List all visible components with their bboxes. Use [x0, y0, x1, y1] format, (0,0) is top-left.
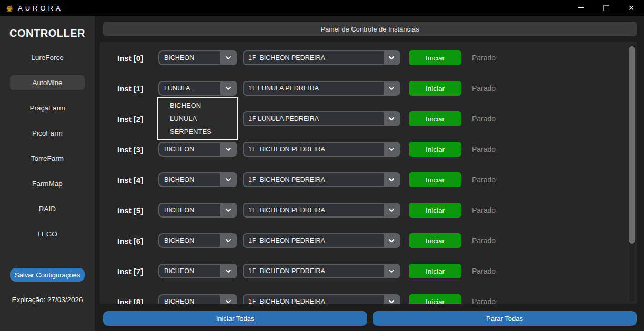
status-label: Parado	[472, 267, 496, 275]
instance-row: Inst [8] BICHEON 1F BICHEON PEDREIRA Ini…	[100, 286, 637, 304]
sidebar-item-lureforce[interactable]: LureForce	[10, 50, 85, 65]
creature-select-value: BICHEON	[159, 143, 220, 156]
map-select[interactable]: 1F LUNULA PEDREIRA	[243, 111, 400, 126]
dropdown-option-bicheon[interactable]: BICHEON	[158, 99, 237, 112]
sidebar-item-torrefarm[interactable]: TorreFarm	[10, 151, 85, 166]
sidebar-item-lego[interactable]: LEGO	[10, 226, 85, 241]
close-button[interactable]: ×	[619, 0, 644, 16]
map-select[interactable]: 1F BICHEON PEDREIRA	[243, 142, 400, 157]
start-button[interactable]: Iniciar	[409, 264, 461, 278]
creature-select[interactable]: BICHEON	[158, 142, 237, 157]
chevron-down-icon	[384, 204, 399, 216]
creature-select[interactable]: BICHEON	[158, 233, 237, 248]
chevron-down-icon	[220, 234, 236, 247]
sidebar-nav: LureForceAutoMinePraçaFarmPicoFarmTorreF…	[0, 50, 95, 252]
chevron-down-icon	[220, 51, 236, 64]
instance-row: Inst [6] BICHEON 1F BICHEON PEDREIRA Ini…	[100, 225, 637, 256]
map-select-value: 1F BICHEON PEDREIRA	[244, 204, 384, 216]
sidebar-item-raid[interactable]: RAID	[10, 201, 85, 216]
map-select[interactable]: 1F BICHEON PEDREIRA	[243, 203, 400, 218]
dropdown-option-lunula[interactable]: LUNULA	[158, 112, 237, 125]
map-select[interactable]: 1F BICHEON PEDREIRA	[243, 172, 400, 187]
creature-select[interactable]: BICHEON	[158, 50, 237, 65]
map-select-value: 1F BICHEON PEDREIRA	[244, 51, 384, 64]
close-icon: ×	[628, 2, 634, 14]
status-label: Parado	[472, 54, 496, 62]
instance-row: Inst [5] BICHEON 1F BICHEON PEDREIRA Ini…	[100, 195, 637, 225]
creature-select-value: BICHEON	[159, 234, 220, 247]
creature-select-value: LUNULA	[159, 82, 220, 95]
instance-label: Inst [4]	[117, 175, 158, 184]
map-select-value: 1F BICHEON PEDREIRA	[244, 295, 384, 304]
map-select-value: 1F BICHEON PEDREIRA	[244, 143, 384, 156]
chevron-down-icon	[220, 173, 236, 186]
chevron-down-icon	[384, 295, 399, 304]
instance-label: Inst [1]	[117, 84, 158, 93]
creature-select-value: BICHEON	[159, 173, 220, 186]
sidebar-item-praçafarm[interactable]: PraçaFarm	[10, 100, 85, 115]
start-button[interactable]: Iniciar	[409, 172, 461, 187]
scrollbar-thumb[interactable]	[629, 46, 635, 244]
chevron-down-icon	[384, 51, 399, 64]
chevron-down-icon	[384, 173, 399, 186]
app-window: AURORA × CONTROLLER LureForceAutoMinePra…	[0, 0, 644, 331]
chevron-down-icon	[384, 234, 399, 247]
status-label: Parado	[472, 115, 496, 123]
maximize-button[interactable]	[593, 0, 619, 16]
map-select[interactable]: 1F BICHEON PEDREIRA	[243, 233, 400, 248]
creature-select-value: BICHEON	[159, 51, 220, 64]
start-button[interactable]: Iniciar	[409, 294, 461, 304]
instance-label: Inst [0]	[117, 54, 158, 63]
start-button[interactable]: Iniciar	[409, 142, 461, 157]
creature-select[interactable]: BICHEON	[158, 203, 237, 218]
start-button[interactable]: Iniciar	[409, 50, 461, 65]
chevron-down-icon	[384, 82, 399, 95]
dropdown-option-serpentes[interactable]: SERPENTES	[158, 125, 237, 138]
sidebar-item-picofarm[interactable]: PicoFarm	[10, 126, 85, 140]
start-button[interactable]: Iniciar	[409, 233, 461, 248]
save-config-button[interactable]: Salvar Configurações	[10, 268, 85, 282]
chevron-down-icon	[384, 143, 399, 156]
map-select[interactable]: 1F BICHEON PEDREIRA	[243, 294, 400, 304]
scrollbar-track[interactable]	[629, 44, 635, 302]
sidebar-title: CONTROLLER	[9, 27, 85, 39]
creature-select-value: BICHEON	[159, 204, 220, 216]
start-all-button[interactable]: Iniciar Todas	[103, 311, 367, 326]
instance-row: Inst [0] BICHEON 1F BICHEON PEDREIRA Ini…	[100, 43, 637, 73]
map-select[interactable]: 1F BICHEON PEDREIRA	[243, 264, 400, 278]
creature-select[interactable]: LUNULA	[158, 81, 237, 96]
map-select-value: 1F LUNULA PEDREIRA	[244, 112, 384, 125]
map-select-value: 1F LUNULA PEDREIRA	[244, 82, 384, 95]
sidebar-item-farmmap[interactable]: FarmMap	[10, 176, 85, 191]
minimize-button[interactable]	[568, 0, 593, 16]
creature-select-value: BICHEON	[159, 265, 220, 277]
chevron-down-icon	[220, 265, 236, 277]
chevron-down-icon	[220, 204, 236, 216]
sidebar-item-automine[interactable]: AutoMine	[10, 75, 85, 90]
status-label: Parado	[472, 175, 496, 184]
status-label: Parado	[472, 206, 496, 214]
chevron-down-icon	[220, 143, 236, 156]
instance-label: Inst [5]	[117, 206, 158, 215]
map-select-value: 1F BICHEON PEDREIRA	[244, 265, 384, 277]
creature-select[interactable]: BICHEON	[158, 172, 237, 187]
start-button[interactable]: Iniciar	[409, 81, 461, 96]
status-label: Parado	[472, 297, 496, 304]
titlebar: AURORA ×	[0, 0, 644, 16]
instances-scroll-area: Inst [0] BICHEON 1F BICHEON PEDREIRA Ini…	[100, 42, 637, 304]
map-select[interactable]: 1F BICHEON PEDREIRA	[243, 50, 400, 65]
start-button[interactable]: Iniciar	[409, 111, 461, 126]
chevron-down-icon	[384, 265, 399, 277]
map-select[interactable]: 1F LUNULA PEDREIRA	[243, 81, 400, 96]
instance-label: Inst [8]	[117, 297, 158, 304]
expiration-label: Expiração: 27/03/2026	[12, 296, 83, 304]
stop-all-button[interactable]: Parar Todas	[373, 311, 637, 326]
creature-select[interactable]: BICHEON	[158, 264, 237, 278]
creature-select-value: BICHEON	[159, 295, 220, 304]
maximize-icon	[603, 5, 609, 11]
instance-row: Inst [4] BICHEON 1F BICHEON PEDREIRA Ini…	[100, 164, 637, 195]
start-button[interactable]: Iniciar	[409, 203, 461, 218]
status-label: Parado	[472, 236, 496, 245]
creature-select[interactable]: BICHEON	[158, 294, 237, 304]
app-title: AURORA	[18, 4, 63, 12]
